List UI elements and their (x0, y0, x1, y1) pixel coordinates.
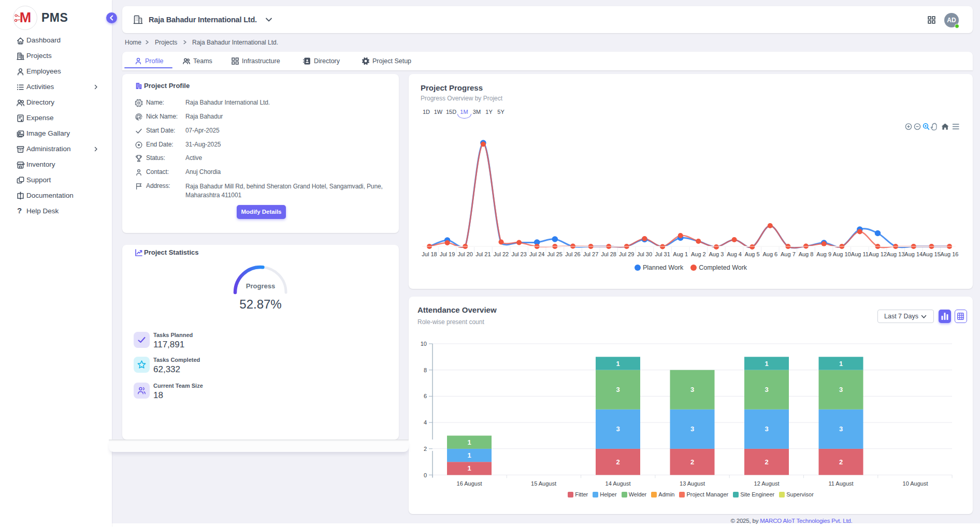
svg-text:1: 1 (839, 360, 843, 368)
svg-text:Aug 5: Aug 5 (745, 251, 760, 257)
svg-text:Jul 29: Jul 29 (619, 251, 634, 257)
svg-text:Aug 4: Aug 4 (727, 251, 742, 257)
svg-text:Jul 25: Jul 25 (547, 251, 563, 257)
svg-text:1: 1 (467, 438, 471, 446)
svg-text:3: 3 (839, 386, 843, 393)
svg-text:Aug 15: Aug 15 (923, 251, 941, 257)
svg-text:3: 3 (839, 425, 843, 433)
svg-text:Jul 20: Jul 20 (458, 251, 473, 257)
svg-text:Aug 3: Aug 3 (709, 251, 724, 257)
svg-text:1: 1 (467, 451, 471, 459)
svg-text:Jul 23: Jul 23 (511, 251, 526, 257)
svg-text:1: 1 (765, 360, 768, 368)
svg-text:8: 8 (424, 367, 427, 373)
svg-text:1: 1 (616, 360, 619, 368)
svg-text:2: 2 (765, 458, 768, 466)
svg-text:3: 3 (690, 386, 694, 393)
svg-text:16 August: 16 August (457, 480, 482, 487)
svg-text:3: 3 (765, 425, 768, 433)
svg-text:3: 3 (765, 386, 768, 393)
svg-text:Jul 28: Jul 28 (601, 251, 616, 257)
svg-text:2: 2 (424, 446, 427, 452)
svg-text:Aug 9: Aug 9 (816, 251, 831, 257)
svg-text:6: 6 (424, 393, 427, 399)
svg-text:Jul 31: Jul 31 (655, 251, 670, 257)
svg-text:Jul 24: Jul 24 (529, 251, 544, 257)
svg-text:15 August: 15 August (531, 480, 556, 487)
svg-text:Aug 12: Aug 12 (869, 251, 887, 257)
svg-text:4: 4 (424, 419, 427, 426)
svg-text:12 August: 12 August (754, 480, 780, 487)
svg-text:Aug 14: Aug 14 (904, 251, 923, 257)
svg-text:10 August: 10 August (903, 480, 928, 487)
svg-text:10: 10 (421, 341, 427, 347)
svg-text:0: 0 (424, 472, 427, 478)
svg-text:Jul 19: Jul 19 (440, 251, 455, 257)
svg-text:3: 3 (616, 386, 619, 393)
svg-text:Aug 7: Aug 7 (781, 251, 796, 257)
svg-text:Jul 18: Jul 18 (422, 251, 437, 257)
svg-text:Aug 11: Aug 11 (851, 251, 869, 257)
svg-text:Jul 30: Jul 30 (637, 251, 652, 257)
svg-text:Aug 10: Aug 10 (833, 251, 851, 257)
svg-text:Jul 21: Jul 21 (475, 251, 491, 257)
svg-text:3: 3 (690, 425, 694, 433)
svg-text:14 August: 14 August (606, 480, 631, 487)
svg-text:Aug 2: Aug 2 (691, 251, 706, 257)
svg-text:2: 2 (690, 458, 694, 466)
svg-text:11 August: 11 August (828, 480, 853, 487)
svg-text:Aug 8: Aug 8 (799, 251, 814, 257)
svg-text:Jul 26: Jul 26 (565, 251, 580, 257)
svg-text:Jul 22: Jul 22 (494, 251, 509, 257)
svg-text:1: 1 (467, 464, 471, 472)
svg-text:13 August: 13 August (680, 480, 705, 487)
svg-text:2: 2 (839, 458, 843, 466)
svg-text:Jul 27: Jul 27 (583, 251, 598, 257)
svg-text:2: 2 (616, 458, 619, 466)
svg-text:Aug 1: Aug 1 (673, 251, 688, 257)
svg-text:Aug 13: Aug 13 (887, 251, 905, 257)
svg-text:3: 3 (616, 425, 619, 433)
svg-text:Aug 6: Aug 6 (762, 251, 777, 257)
svg-text:Aug 16: Aug 16 (941, 251, 959, 257)
